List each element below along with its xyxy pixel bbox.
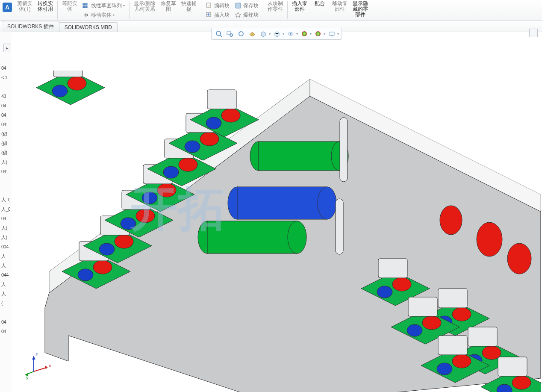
move-entities-icon	[82, 12, 89, 18]
move-components-button[interactable]: 移动零 部件	[330, 0, 350, 21]
feature-tree-row[interactable]: 044	[1, 270, 10, 280]
insert-block-button[interactable]: 插入块	[203, 10, 232, 20]
feature-tree-row[interactable]: 人	[1, 261, 10, 270]
insert-components-button[interactable]: 插入零 部件	[289, 0, 310, 21]
svg-rect-34	[53, 71, 82, 77]
sketch-group: 线性草图阵列▾ 移动实体▾	[80, 0, 127, 21]
feature-tree-row[interactable]: 43	[1, 91, 10, 101]
feature-tree-row[interactable]: 人_0	[1, 195, 10, 204]
model-svg	[36, 71, 541, 392]
svg-rect-30	[336, 199, 343, 254]
tab-solidworks-mbd[interactable]: SOLIDWORKS MBD	[59, 22, 118, 32]
explode-block-button[interactable]: 爆炸块	[232, 10, 261, 20]
svg-marker-39	[45, 365, 47, 369]
show-hide-relations-button[interactable]: 显示/删除 几何关系	[131, 0, 158, 21]
feature-tree-row[interactable]: (	[1, 298, 10, 308]
svg-point-28	[288, 221, 306, 253]
feature-tree-row[interactable]: 人_0	[1, 204, 10, 214]
convert-entities-button[interactable]: 转换实 体引用	[35, 0, 56, 21]
offset-entities-button[interactable]: 等距实 体	[59, 0, 80, 21]
svg-rect-0	[83, 3, 85, 5]
block-group-2: 保存块 爆炸块	[232, 0, 261, 21]
feature-tree-row[interactable]	[1, 186, 10, 195]
axis-triad: x y z	[25, 350, 55, 380]
feature-tree-row[interactable]	[1, 82, 10, 91]
svg-rect-1	[85, 3, 87, 5]
svg-rect-4	[206, 3, 211, 7]
feature-tree-row[interactable]: 04	[1, 110, 10, 120]
mate-button[interactable]: 配合	[310, 0, 330, 21]
svg-line-38	[34, 367, 47, 371]
edit-block-icon	[206, 2, 212, 9]
svg-rect-2	[83, 6, 85, 8]
feature-tree-row[interactable]: < 1	[1, 73, 10, 82]
svg-point-32	[68, 77, 86, 90]
model-scene: 开拓	[11, 32, 542, 392]
svg-point-35	[440, 206, 462, 235]
linear-pattern-icon	[82, 2, 89, 9]
svg-point-33	[52, 85, 68, 97]
feature-tree-expand-toggle[interactable]: ▸	[3, 44, 11, 52]
feature-tree-row[interactable]	[1, 176, 10, 186]
make-part-from-block-button[interactable]: 从块制 作零件	[265, 0, 286, 21]
feature-tree-row[interactable]: 04	[1, 101, 10, 110]
svg-point-25	[318, 187, 336, 219]
feature-tree-items: 04< 143040404:(倡(倡(倡人)04:人_0人_004人)人)004…	[1, 63, 10, 336]
feature-tree-row[interactable]: 04	[1, 317, 10, 327]
feature-tree-row[interactable]: 04	[1, 214, 10, 223]
svg-rect-27	[207, 221, 297, 253]
feature-tree-row[interactable]	[1, 308, 10, 317]
feature-tree-row[interactable]: 人	[1, 280, 10, 289]
axis-y-label: y	[26, 375, 29, 380]
save-block-icon	[235, 2, 242, 9]
svg-rect-21	[259, 141, 340, 171]
svg-rect-6	[236, 3, 241, 8]
edit-block-button[interactable]: 编辑块	[203, 1, 232, 10]
quick-snap-button[interactable]: 快速捕 捉	[179, 0, 199, 21]
feature-tree-row[interactable]: 人	[1, 289, 10, 298]
feature-tree-row[interactable]: 人)	[1, 157, 10, 167]
feature-tree-row[interactable]: (倡	[1, 129, 10, 139]
clip-body-button[interactable]: 剪裁实 体(T)	[15, 0, 35, 21]
show-hidden-components-button[interactable]: 显示隐 藏的零 部件	[350, 0, 371, 21]
feature-tree-row[interactable]: 04	[1, 327, 10, 336]
feature-tree-row[interactable]: (倡	[1, 139, 10, 148]
svg-rect-3	[85, 6, 87, 8]
repair-sketch-button[interactable]: 修复草 图	[158, 0, 179, 21]
feature-tree-row[interactable]: (倡	[1, 148, 10, 157]
tab-solidworks-plugins[interactable]: SOLIDWORKS 插件	[2, 21, 59, 32]
feature-tree-row[interactable]: 04:	[1, 120, 10, 129]
svg-point-37	[507, 243, 531, 274]
axis-x-label: x	[49, 363, 51, 368]
ribbon: A 剪裁实 体(T) 转换实 体引用 等距实 体 线性草图阵列▾ 移动实体▾ 显…	[0, 0, 542, 21]
block-group: 编辑块 插入块	[203, 0, 232, 21]
explode-block-icon	[235, 12, 242, 18]
feature-tree-row[interactable]: 004	[1, 242, 10, 251]
feature-tree-row[interactable]: 人)	[1, 223, 10, 233]
insert-block-icon	[206, 12, 212, 18]
axis-z-label: z	[35, 352, 38, 357]
feature-tree-row[interactable]: 04	[1, 63, 10, 73]
app-icon[interactable]: A	[3, 3, 12, 12]
move-entities-button[interactable]: 移动实体▾	[80, 10, 127, 20]
feature-tree-row[interactable]: 人)	[1, 233, 10, 242]
svg-rect-24	[237, 187, 327, 219]
linear-pattern-button[interactable]: 线性草图阵列▾	[80, 1, 127, 10]
svg-marker-43	[32, 356, 35, 360]
graphics-viewport[interactable]: ▾ ▾ ▾ ▾ ▾ ▾	[11, 32, 542, 392]
feature-tree-row[interactable]: 人	[1, 251, 10, 261]
svg-point-36	[477, 222, 502, 256]
feature-tree-row[interactable]: 04:	[1, 167, 10, 176]
svg-rect-29	[340, 118, 348, 182]
feature-tree-collapsed[interactable]: ▸ 04< 143040404:(倡(倡(倡人)04:人_0人_004人)人)0…	[0, 32, 11, 392]
save-block-button[interactable]: 保存块	[232, 1, 261, 10]
